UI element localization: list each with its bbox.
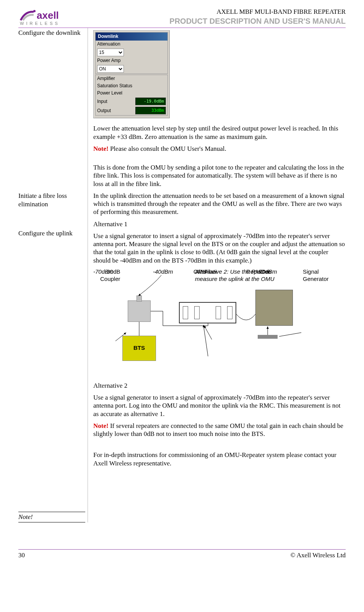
diagram-siggen-box — [258, 335, 278, 339]
saturation-label: Saturation Status — [97, 83, 166, 89]
svg-point-0 — [33, 10, 36, 12]
doc-title-large: PRODUCT DESCRIPTION AND USER'S MANUAL — [169, 16, 346, 26]
doc-title-small: AXELL MBF MULI-BAND FIBRE REPEATER — [169, 8, 346, 16]
logo-icon — [18, 9, 36, 22]
input-readout: -19.0dBm — [135, 98, 166, 105]
amplifier-label: Amplifier — [97, 76, 166, 82]
input-label: Input — [97, 99, 133, 104]
alt2-text: Use a signal generator to insert a signa… — [93, 393, 346, 418]
uplink-note: Note! If several repeaters are connected… — [93, 422, 346, 438]
diagram-omu-box — [179, 302, 236, 323]
diagram-label-70a: -70dBm — [93, 268, 114, 276]
panel-titlebar: Downlink — [96, 33, 167, 41]
side-column: Configure the downlink Initiate a fibre … — [18, 28, 88, 522]
note2-prefix: Note! — [93, 422, 109, 429]
side-entry-downlink: Configure the downlink — [18, 29, 85, 181]
copyright: © Axell Wireless Ltd — [290, 551, 346, 559]
poweramp-label: Power Amp — [97, 58, 166, 64]
logo-text: axell — [37, 9, 59, 22]
poweramp-select[interactable]: ON — [97, 65, 124, 73]
alt1-title: Alternative 1 — [93, 220, 346, 228]
diagram-label-40dbm: -40dBm — [153, 268, 173, 276]
side-note-label: Note! — [18, 512, 85, 522]
note-prefix: Note! — [93, 145, 109, 152]
document-title-block: AXELL MBF MULI-BAND FIBRE REPEATER PRODU… — [169, 8, 346, 26]
downlink-paragraph: Lower the attenuation level step by step… — [93, 124, 346, 141]
output-label: Output — [97, 108, 133, 114]
alt2-title: Alternative 2 — [93, 382, 346, 390]
diagram-coupler-box — [128, 300, 151, 322]
downlink-note: Note! Please also consult the OMU User's… — [93, 145, 346, 153]
attenuation-select[interactable]: 15 — [97, 49, 124, 56]
main-column: Downlink Attenuation 15 Power Amp ON — [88, 28, 346, 522]
logo: axell WIRELESS — [18, 9, 60, 26]
diagram-label-alt2: Alternative 2: Use the RMC to measure th… — [195, 268, 294, 283]
page-number: 30 — [18, 551, 25, 559]
diagram-label-siggen: Signal Generator — [303, 268, 329, 283]
downlink-panel: Downlink Attenuation 15 Power Amp ON — [93, 30, 170, 118]
page-header: axell WIRELESS AXELL MBF MULI-BAND FIBRE… — [18, 8, 346, 26]
alt1-text: Use a signal generator to insert a signa… — [93, 232, 346, 264]
attenuation-label: Attenuation — [97, 41, 166, 47]
side-entry-uplink: Configure the uplink — [18, 229, 85, 501]
fibreloss-paragraph: This is done from the OMU by sending a p… — [93, 163, 346, 188]
diagram-bts-box: BTS — [122, 336, 156, 361]
note-text: Please also consult the OMU User's Manua… — [109, 145, 226, 152]
output-readout: 33dBm — [135, 107, 166, 114]
note2-text: If several repeaters are connected to th… — [93, 422, 343, 437]
signal-diagram: -40dBm Repeater OMU -30dB Coupler -70dBm… — [93, 268, 338, 375]
final-paragraph: For in-depth instructions for commission… — [93, 451, 346, 467]
diagram-repeater-box — [255, 290, 293, 326]
page-footer: 30 © Axell Wireless Ltd — [18, 549, 346, 559]
powerlevel-label: Power Level — [97, 90, 166, 96]
side-entry-fibreloss: Initiate a fibre loss elimination — [18, 192, 85, 219]
uplink-intro: In the uplink direction the attenuation … — [93, 192, 346, 216]
